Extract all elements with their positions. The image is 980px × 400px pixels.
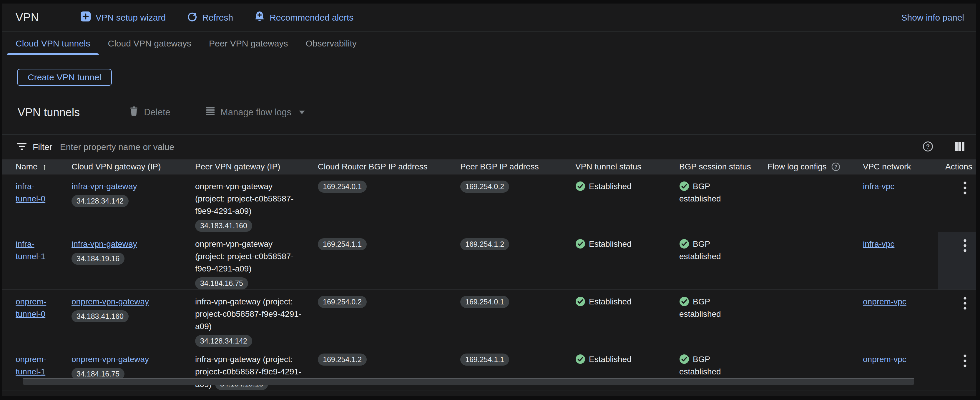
ip-chip: 34.183.41.160 [72,310,129,322]
tunnel-status: Established [575,240,632,249]
recommended-alerts-button[interactable]: Recommended alerts [254,11,353,24]
vpn-page-panel: VPN VPN setup wizard Refresh Recommended… [2,3,976,396]
table-header-row: Name↑Cloud VPN gateway (IP)Peer VPN gate… [2,159,976,175]
table-body: infra-tunnel-0infra-vpn-gateway34.128.34… [2,175,976,391]
column-header-vpn-tunnel-status[interactable]: VPN tunnel status [568,159,672,174]
column-display-options-icon[interactable] [954,141,965,153]
manage-flow-logs-label: Manage flow logs [220,107,291,117]
column-header-cloud-router-bgp-ip-address[interactable]: Cloud Router BGP IP address [311,159,453,174]
gateway-link[interactable]: onprem-vpn-gateway [72,355,149,364]
peer-gateway-ip: 34.183.41.160 [195,217,304,232]
cell-actions [938,290,976,347]
row-actions-menu-button[interactable] [961,294,969,315]
ip-chip: 169.254.0.1 [318,181,367,193]
ip-chip: 169.254.1.2 [318,354,367,365]
add-box-icon [80,11,91,24]
vpc-link[interactable]: onprem-vpc [863,355,907,364]
column-header-bgp-session-status[interactable]: BGP session status [672,159,760,174]
tunnel-link[interactable]: infra-tunnel-1 [16,240,45,261]
tunnel-link[interactable]: infra-tunnel-0 [16,182,45,203]
tab-cloud-vpn-gateways[interactable]: Cloud VPN gateways [99,32,200,55]
cell-bgp-session-status: BGP established [672,290,760,347]
tunnel-status-label: Established [589,182,632,191]
cell-actions [938,348,976,390]
filter-icon [17,143,27,151]
delete-button[interactable]: Delete [129,106,170,119]
column-header-label: Cloud VPN gateway (IP) [72,162,161,171]
tunnel-link[interactable]: onprem-tunnel-0 [16,297,46,319]
tunnel-status-label: Established [589,297,632,306]
cell-actions [938,232,976,289]
help-icon[interactable]: ? [831,162,841,172]
column-header-peer-bgp-ip-address[interactable]: Peer BGP IP address [453,159,568,174]
column-header-peer-vpn-gateway-ip-[interactable]: Peer VPN gateway (IP) [188,159,311,174]
tunnel-link[interactable]: onprem-tunnel-1 [16,355,46,376]
cell-cloud-router-bgp-ip: 169.254.1.1 [311,232,453,289]
filter-bar: Filter ? [2,135,976,159]
gateway-ip: 34.183.41.160 [72,308,181,322]
gateway-link[interactable]: infra-vpn-gateway [72,240,137,249]
cell-peer-bgp-ip: 169.254.0.1 [453,290,568,347]
vpn-setup-wizard-label: VPN setup wizard [95,13,166,23]
row-actions-menu-button[interactable] [961,236,969,257]
column-header-vpc-network[interactable]: VPC network [856,159,938,174]
create-vpn-tunnel-button[interactable]: Create VPN tunnel [17,69,112,86]
vpn-setup-wizard-button[interactable]: VPN setup wizard [80,11,166,24]
cell-bgp-session-status: BGP established [672,175,760,232]
refresh-icon [187,11,197,24]
column-header-label: Name [16,162,38,171]
check-circle-icon [575,353,589,365]
check-circle-icon [575,238,589,250]
gateway-link[interactable]: onprem-vpn-gateway [72,297,149,306]
row-actions-menu-button[interactable] [961,351,969,372]
tab-observability[interactable]: Observability [297,32,365,55]
ip-chip: 169.254.0.2 [460,181,509,193]
filter-input[interactable] [60,142,922,152]
bgp-session-status: BGP established [679,240,721,261]
vpc-link[interactable]: infra-vpc [863,240,894,249]
cell-peer-gateway: infra-vpn-gateway (project: project-c0b5… [188,290,311,347]
tunnel-status: Established [575,297,632,306]
column-header-name[interactable]: Name↑ [2,159,64,174]
cell-flow-log-configs [760,232,856,289]
tab-peer-vpn-gateways[interactable]: Peer VPN gateways [200,32,297,55]
column-header-cloud-vpn-gateway-ip-[interactable]: Cloud VPN gateway (IP) [64,159,188,174]
cell-peer-gateway: onprem-vpn-gateway (project: project-c0b… [188,232,311,289]
page-title: VPN [16,11,39,24]
check-circle-icon [575,295,589,308]
cell-name: onprem-tunnel-0 [2,290,64,347]
cell-cloud-gateway: infra-vpn-gateway34.184.19.16 [64,232,188,289]
help-icon[interactable]: ? [922,141,934,154]
manage-flow-logs-button[interactable]: Manage flow logs [206,107,305,118]
ip-chip: 34.128.34.142 [195,335,252,347]
row-actions-menu-button[interactable] [961,179,969,199]
refresh-button[interactable]: Refresh [187,11,233,24]
alert-bell-plus-icon [254,11,265,24]
cell-actions [938,175,976,232]
check-circle-icon [679,353,693,365]
kebab-icon [963,181,967,196]
divider [944,139,944,155]
tunnel-status-label: Established [589,240,632,249]
ip-chip: 169.254.0.2 [318,296,367,308]
kebab-icon [963,238,967,254]
ip-chip: 34.184.19.16 [72,252,124,265]
column-header-actions: Actions [938,159,976,174]
show-info-panel-button[interactable]: Show info panel [901,13,964,23]
recommended-alerts-label: Recommended alerts [270,13,353,23]
cell-cloud-router-bgp-ip: 169.254.0.1 [311,175,453,232]
column-header-label: VPN tunnel status [575,162,641,171]
ip-chip: 169.254.1.1 [460,354,509,365]
vpc-link[interactable]: onprem-vpc [863,297,907,306]
vpc-link[interactable]: infra-vpc [863,182,894,191]
cell-vpn-tunnel-status: Established [568,175,672,232]
tab-bar: Cloud VPN tunnels Cloud VPN gateways Pee… [2,32,976,55]
column-header-flow-log-configs[interactable]: Flow log configs? [760,159,856,174]
check-circle-icon [679,295,693,308]
chevron-down-icon [299,111,305,114]
ip-chip: 34.183.41.160 [195,220,252,232]
svg-text:?: ? [926,143,930,150]
horizontal-scrollbar[interactable] [23,378,914,385]
gateway-link[interactable]: infra-vpn-gateway [72,182,137,191]
tab-cloud-vpn-tunnels[interactable]: Cloud VPN tunnels [7,32,99,55]
